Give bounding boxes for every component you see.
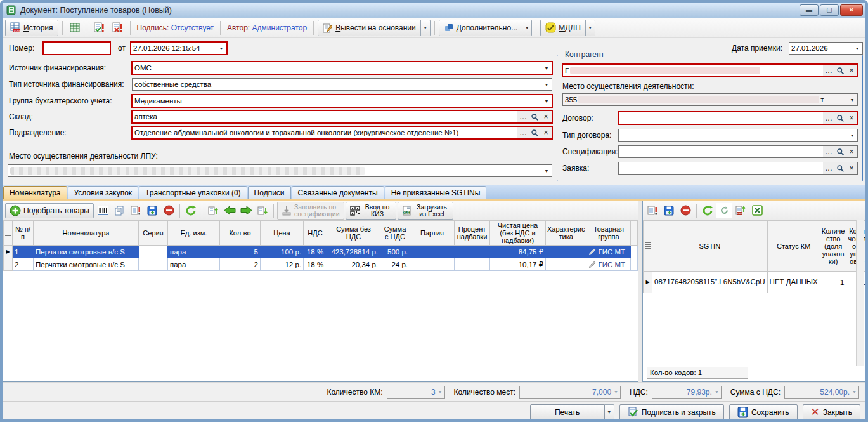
- move-bottom-button[interactable]: [255, 203, 270, 218]
- refresh-button[interactable]: [183, 203, 198, 218]
- save-sgtin-button[interactable]: [661, 203, 677, 218]
- ellipsis-button[interactable]: …: [823, 112, 834, 124]
- move-top-button[interactable]: [205, 203, 221, 218]
- accounting-group-combo[interactable]: Медикаменты▼: [132, 95, 552, 107]
- clear-icon[interactable]: ×: [540, 127, 552, 138]
- save-button[interactable]: Сохранить: [729, 404, 798, 421]
- tab-neprivyazannye-sgtin[interactable]: Не привязанные SGTINы: [385, 186, 487, 199]
- funding-source-type-label: Тип источника финансирования:: [9, 80, 124, 89]
- table-row[interactable]: ▶ 087176482058115".L6N5bV&CpU НЕТ ДАННЫХ…: [644, 272, 868, 293]
- pick-goods-button[interactable]: Подобрать товары: [5, 203, 94, 218]
- receipt-date-combo[interactable]: 27.01.2026▼: [789, 42, 863, 55]
- move-left-icon[interactable]: [222, 203, 237, 218]
- tab-svyazannye-dokumenty[interactable]: Связанные документы: [292, 186, 384, 199]
- table-view-button[interactable]: [67, 20, 83, 36]
- clear-icon[interactable]: ×: [846, 162, 857, 174]
- search-icon[interactable]: [529, 129, 540, 137]
- mdlp-button[interactable]: МДЛП: [540, 20, 586, 36]
- clear-icon[interactable]: ×: [846, 146, 857, 157]
- warehouse-field[interactable]: аптека … ×: [132, 110, 552, 123]
- ellipsis-button[interactable]: …: [823, 162, 834, 174]
- column-chooser-icon[interactable]: [644, 221, 652, 272]
- create-based-dropdown[interactable]: ▼: [421, 20, 431, 36]
- specification-field[interactable]: … ×: [618, 145, 858, 158]
- sgtin-toolbar: XML: [643, 201, 865, 220]
- seria-cell[interactable]: [139, 246, 168, 258]
- reject-document-button[interactable]: [110, 20, 126, 36]
- chevron-down-icon[interactable]: ▼: [541, 95, 552, 107]
- kiz-input-button[interactable]: Ввод по КИЗ: [346, 202, 396, 220]
- delete-row-button[interactable]: [161, 203, 176, 218]
- clear-icon[interactable]: ×: [846, 112, 857, 124]
- column-chooser-icon[interactable]: [4, 221, 13, 246]
- contract-type-combo[interactable]: ▼: [618, 129, 858, 142]
- lpu-place-combo[interactable]: ▼: [8, 164, 552, 177]
- number-label: Номер:: [9, 44, 34, 53]
- activity-place-combo[interactable]: 355т ▼: [562, 93, 858, 106]
- request-field[interactable]: … ×: [618, 162, 858, 175]
- table-row[interactable]: ▶ 1 Перчатки смотровые н/с S пара 5 100 …: [4, 246, 638, 258]
- search-icon[interactable]: [834, 148, 846, 156]
- chevron-down-icon[interactable]: ▼: [847, 129, 857, 141]
- clear-icon[interactable]: ×: [540, 111, 552, 122]
- sign-and-close-button[interactable]: Подписать и закрыть: [619, 404, 724, 421]
- print-button[interactable]: Печать: [530, 404, 605, 421]
- chevron-down-icon[interactable]: ▼: [541, 62, 552, 74]
- search-icon[interactable]: [834, 164, 846, 173]
- additional-dropdown[interactable]: ▼: [522, 20, 532, 36]
- search-icon[interactable]: [834, 114, 846, 122]
- title-bar: Документ: Поступление товаров (Новый) ▬ …: [3, 3, 865, 18]
- funding-source-type-combo[interactable]: собственные средства▼: [132, 78, 552, 91]
- save-row-button[interactable]: [145, 203, 160, 218]
- ellipsis-button[interactable]: …: [823, 146, 834, 157]
- ellipsis-button[interactable]: …: [517, 111, 529, 122]
- sgtin-scrollbar[interactable]: [856, 220, 864, 366]
- maximize-button[interactable]: ▢: [820, 4, 839, 16]
- department-field[interactable]: Отделение абдоминальной онкологии и тора…: [132, 126, 552, 139]
- close-button[interactable]: ✕: [840, 4, 863, 16]
- tab-nomenklatura[interactable]: Номенклатура: [3, 186, 67, 199]
- chevron-down-icon[interactable]: ▼: [541, 79, 552, 90]
- close-document-button[interactable]: ✕ Закрыть: [803, 404, 860, 421]
- search-icon[interactable]: [834, 67, 846, 75]
- chevron-down-icon[interactable]: ▼: [847, 94, 857, 105]
- tab-transportnye-upakovki[interactable]: Транспортные упаковки (0): [139, 186, 247, 199]
- additional-button[interactable]: Дополнительно...: [439, 20, 522, 36]
- edit-row-button[interactable]: [128, 203, 143, 218]
- tab-usloviya-zakupok[interactable]: Условия закупок: [68, 186, 139, 199]
- delete-sgtin-button[interactable]: [678, 203, 693, 218]
- xml-upload-button[interactable]: XML: [733, 203, 748, 218]
- refresh-small-button[interactable]: [716, 203, 732, 218]
- fill-spec-icon: [282, 206, 292, 216]
- tab-podpisi[interactable]: Подписи: [248, 186, 291, 199]
- load-excel-button[interactable]: XLS Загрузить из Excel: [398, 202, 453, 220]
- save-icon: [737, 407, 748, 418]
- copy-row-button[interactable]: [112, 203, 127, 218]
- counterparty-field[interactable]: Г … ×: [562, 64, 858, 77]
- history-button[interactable]: LOG История: [5, 20, 58, 36]
- document-datetime-combo[interactable]: 27.01.2026 12:15:54▼: [131, 42, 227, 55]
- create-based-button[interactable]: Вывести на основании: [318, 20, 421, 36]
- barcode-button[interactable]: [95, 203, 110, 218]
- contract-field[interactable]: … ×: [618, 112, 858, 124]
- minimize-button[interactable]: ▬: [800, 4, 819, 16]
- move-right-icon[interactable]: [238, 203, 254, 218]
- excel-export-button[interactable]: [749, 203, 765, 218]
- ellipsis-button[interactable]: …: [823, 65, 834, 76]
- ellipsis-button[interactable]: …: [517, 127, 529, 138]
- search-icon[interactable]: [529, 113, 540, 121]
- close-document-label: Закрыть: [823, 408, 852, 417]
- table-row[interactable]: 2 Перчатки смотровые н/с S пара 2 12 р. …: [4, 258, 638, 271]
- km-count-label: Количество КМ:: [327, 388, 382, 397]
- clear-icon[interactable]: ×: [846, 65, 857, 76]
- mdlp-dropdown[interactable]: ▼: [586, 20, 595, 36]
- funding-source-combo[interactable]: ОМС▼: [132, 62, 552, 74]
- refresh-sgtin-button[interactable]: [700, 203, 715, 218]
- edit-sgtin-button[interactable]: [645, 203, 660, 218]
- number-input[interactable]: [43, 42, 110, 55]
- chevron-down-icon[interactable]: ▼: [216, 43, 226, 54]
- approve-document-button[interactable]: [91, 20, 108, 36]
- print-dropdown[interactable]: ▼: [605, 404, 614, 421]
- chevron-down-icon[interactable]: ▼: [541, 165, 552, 176]
- chevron-down-icon[interactable]: ▼: [852, 43, 862, 54]
